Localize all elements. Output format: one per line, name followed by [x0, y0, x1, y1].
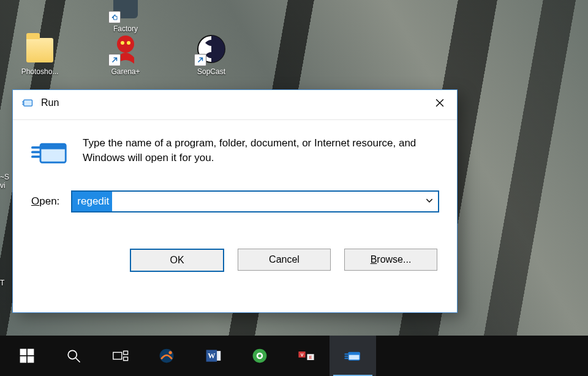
taskbar-app-coccoc[interactable]: [236, 336, 283, 376]
run-large-icon: [31, 136, 68, 170]
title-text: Run: [41, 97, 59, 108]
svg-point-1: [121, 41, 124, 45]
desktop-icon-sopcast[interactable]: SopCast: [184, 32, 239, 76]
svg-point-11: [68, 350, 77, 359]
svg-rect-8: [28, 349, 34, 356]
svg-point-0: [117, 36, 134, 53]
svg-rect-9: [20, 356, 27, 363]
close-button[interactable]: [425, 90, 454, 116]
start-button[interactable]: [4, 336, 50, 376]
cancel-button[interactable]: Cancel: [238, 249, 331, 271]
desktop-icon-factory[interactable]: Factory: [98, 0, 153, 33]
svg-rect-6: [40, 144, 66, 149]
svg-point-22: [258, 354, 261, 357]
garena-icon: [108, 32, 143, 66]
desktop-icon-garena[interactable]: Garena+: [98, 32, 153, 76]
titlebar[interactable]: Run: [13, 90, 457, 116]
taskbar-app-word[interactable]: W: [190, 336, 236, 376]
svg-point-16: [169, 351, 172, 354]
button-label: OK: [170, 255, 184, 266]
desktop-icon-label: Photosho...: [12, 67, 67, 76]
svg-rect-28: [349, 352, 360, 355]
svg-point-2: [127, 41, 130, 45]
open-input[interactable]: [72, 191, 439, 212]
taskbar-app-run[interactable]: [330, 336, 376, 376]
desktop-icon-label: ~S vi: [0, 173, 9, 190]
ok-button[interactable]: OK: [130, 249, 224, 272]
svg-rect-13: [124, 351, 128, 355]
svg-rect-10: [28, 356, 34, 363]
svg-rect-4: [24, 100, 32, 106]
taskbar-app-garena[interactable]: [143, 336, 190, 376]
folder-icon: [23, 32, 57, 66]
shortcut-arrow-icon: [108, 11, 121, 23]
svg-text:W: W: [208, 352, 216, 360]
desktop-icon-label: Garena+: [98, 67, 153, 76]
browse-button[interactable]: Browse...: [344, 249, 437, 271]
shortcut-arrow-icon: [194, 54, 206, 66]
svg-text:E: E: [309, 355, 312, 359]
description-text: Type the name of a program, folder, docu…: [83, 136, 439, 165]
desktop-icon-photoshop[interactable]: Photosho...: [12, 32, 67, 76]
taskbar-app-unikey[interactable]: VE: [283, 336, 330, 376]
desktop-icon-label: SopCast: [184, 67, 239, 76]
generic-app-icon: [108, 0, 143, 23]
svg-text:V: V: [301, 353, 304, 357]
svg-rect-7: [20, 349, 27, 356]
sopcast-icon: [194, 32, 228, 66]
taskbar: W VE: [0, 336, 588, 376]
button-label: Cancel: [269, 254, 300, 265]
button-label: Browse...: [371, 254, 412, 265]
desktop-icon-label: T: [0, 279, 4, 287]
open-label: Open:: [31, 195, 59, 208]
run-icon: [21, 97, 34, 109]
task-view-button[interactable]: [97, 336, 143, 376]
svg-rect-14: [124, 357, 128, 361]
search-button[interactable]: [50, 336, 97, 376]
svg-rect-12: [113, 352, 122, 359]
svg-rect-18: [217, 351, 221, 361]
run-dialog: Run Type the name of a program, folder, …: [12, 89, 458, 313]
shortcut-arrow-icon: [108, 54, 121, 66]
